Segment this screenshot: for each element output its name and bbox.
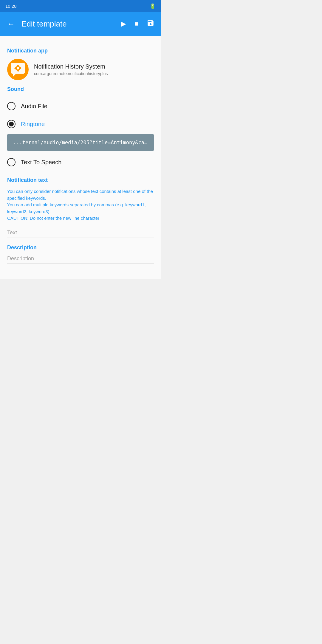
stop-icon: ■ <box>134 20 138 27</box>
app-bar: ← Edit template ▶ ■ <box>0 12 161 36</box>
sound-section-label: Sound <box>7 86 154 92</box>
save-button[interactable] <box>145 18 156 30</box>
notification-text-section-label: Notification text <box>7 177 154 183</box>
tts-option[interactable]: Text To Speech <box>7 153 154 171</box>
stop-button[interactable]: ■ <box>133 19 140 29</box>
text-input[interactable] <box>7 227 154 238</box>
status-time: 10:28 <box>5 4 17 9</box>
ringtone-path[interactable]: ...ternal/audio/media/205?title=Antimony… <box>7 134 154 151</box>
back-icon: ← <box>7 19 15 28</box>
app-icon <box>7 59 29 80</box>
ringtone-option[interactable]: Ringtone <box>7 115 154 133</box>
description-input-group <box>7 253 154 264</box>
notification-text-section: Notification text You can only consider … <box>7 177 154 264</box>
audio-file-label: Audio File <box>21 103 47 110</box>
description-section-label: Description <box>7 244 154 251</box>
text-input-group <box>7 227 154 238</box>
svg-point-2 <box>17 67 19 69</box>
notification-hint: You can only consider notifications whos… <box>7 188 154 222</box>
ringtone-radio[interactable] <box>7 120 16 128</box>
description-input[interactable] <box>7 253 154 264</box>
audio-file-radio[interactable] <box>7 102 16 110</box>
battery-icon: 🔋 <box>150 3 156 9</box>
audio-file-option[interactable]: Audio File <box>7 97 154 115</box>
app-info: Notification History System com.argonrem… <box>34 63 108 76</box>
back-button[interactable]: ← <box>5 18 17 30</box>
tts-label: Text To Speech <box>21 159 61 166</box>
app-bar-actions: ▶ ■ <box>120 18 156 30</box>
sound-radio-group: Audio File Ringtone ...ternal/audio/medi… <box>7 97 154 171</box>
play-icon: ▶ <box>121 20 126 27</box>
page-title: Edit template <box>21 19 115 29</box>
save-icon <box>147 21 154 28</box>
app-name: Notification History System <box>34 63 108 70</box>
app-package: com.argonremote.notificationhistoryplus <box>34 71 108 76</box>
tts-radio[interactable] <box>7 158 16 166</box>
status-bar: 10:28 🔋 <box>0 0 161 12</box>
play-button[interactable]: ▶ <box>120 19 127 29</box>
content: Notification app <box>0 36 161 279</box>
notification-app-section-label: Notification app <box>7 48 154 54</box>
app-item: Notification History System com.argonrem… <box>7 59 154 80</box>
ringtone-label: Ringtone <box>21 121 45 128</box>
